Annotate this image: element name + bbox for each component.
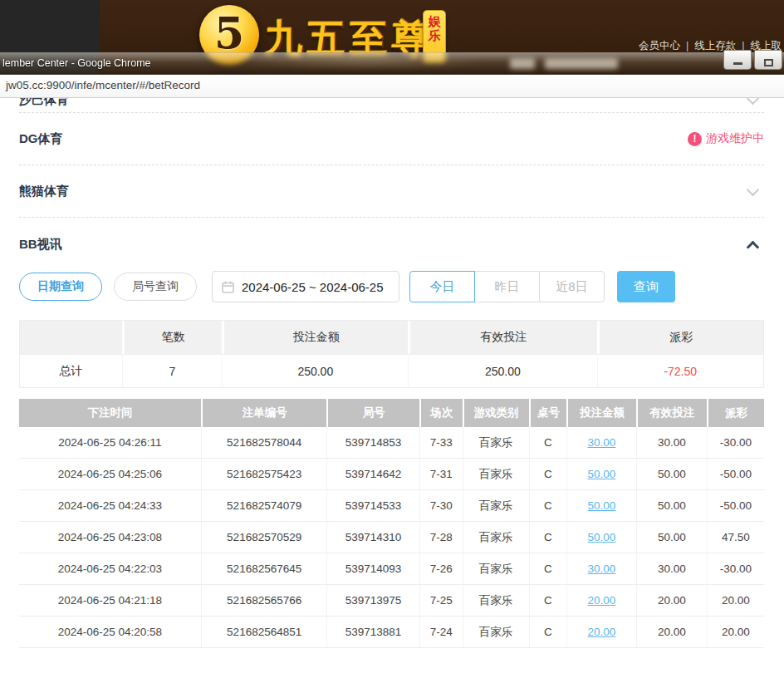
brand-badge-char: 娱 xyxy=(429,14,441,28)
bet-cell: 2024-06-25 04:23:08 xyxy=(19,522,201,553)
summary-table: 笔数投注金额有效投注派彩 总计 7 250.00 250.00 -72.50 xyxy=(19,320,764,388)
bet-cell: 百家乐 xyxy=(463,490,529,522)
bet-cell: 521682565766 xyxy=(201,585,327,617)
bet-amount-cell: 20.00 xyxy=(566,585,635,617)
bet-table-header-row: 下注时间注单编号局号场次游戏类别桌号投注金额有效投注派彩 xyxy=(19,399,764,427)
bet-amount-link[interactable]: 50.00 xyxy=(588,531,616,543)
bet-amount-link[interactable]: 30.00 xyxy=(588,563,616,575)
window-titlebar: lember Center - Google Chrome xyxy=(0,52,784,75)
bet-amount-link[interactable]: 50.00 xyxy=(588,468,616,480)
bet-cell: C xyxy=(529,617,567,648)
summary-total-row: 总计 7 250.00 250.00 -72.50 xyxy=(20,354,763,387)
bet-cell: 2024-06-25 04:26:11 xyxy=(19,427,201,459)
top-nav-link[interactable]: 会员中心 xyxy=(639,40,680,52)
summary-count: 7 xyxy=(122,355,223,387)
bet-cell: 7-26 xyxy=(419,553,463,585)
bet-cell: 50.00 xyxy=(636,522,707,553)
query-button[interactable]: 查询 xyxy=(617,271,675,302)
summary-header-row: 笔数投注金额有效投注派彩 xyxy=(20,321,763,354)
bet-cell: 521682578044 xyxy=(201,427,327,459)
bet-cell: 539713881 xyxy=(326,617,419,648)
bet-cell: 30.00 xyxy=(636,427,707,459)
bet-cell: 百家乐 xyxy=(463,553,529,585)
quick-8days-button[interactable]: 近8日 xyxy=(539,271,605,302)
bet-cell: 百家乐 xyxy=(463,585,529,617)
bet-record-table: 下注时间注单编号局号场次游戏类别桌号投注金额有效投注派彩 2024-06-25 … xyxy=(19,399,764,648)
bet-cell: 20.00 xyxy=(636,617,707,648)
address-url[interactable]: jw05.cc:9900/infe/mcenter/#/betRecord xyxy=(6,79,200,91)
section-title: DG体育 xyxy=(19,131,63,147)
bet-cell: 50.00 xyxy=(636,490,707,522)
bet-amount-cell: 50.00 xyxy=(566,490,635,522)
bet-cell: 539713975 xyxy=(326,585,419,617)
bet-amount-link[interactable]: 30.00 xyxy=(588,436,616,449)
quick-today-button[interactable]: 今日 xyxy=(409,271,475,302)
bet-cell: 2024-06-25 04:24:33 xyxy=(19,490,201,522)
bet-amount-link[interactable]: 20.00 xyxy=(588,594,616,607)
bet-cell: 539714642 xyxy=(326,459,419,490)
bet-cell: 7-33 xyxy=(419,427,463,459)
quick-yesterday-button[interactable]: 昨日 xyxy=(474,271,540,302)
maximize-icon xyxy=(764,59,773,66)
bet-cell: 30.00 xyxy=(636,553,707,585)
bet-amount-cell: 30.00 xyxy=(566,553,635,585)
bet-amount-link[interactable]: 50.00 xyxy=(588,499,616,512)
bet-header-cell: 注单编号 xyxy=(201,399,327,427)
table-row: 2024-06-25 04:25:06521682575423539714642… xyxy=(19,459,764,490)
bet-cell: C xyxy=(529,522,567,553)
section-header-shaba[interactable]: 沙巴体育 xyxy=(19,98,764,112)
section-header-dg[interactable]: DG体育 ! 游戏维护中 xyxy=(19,113,764,165)
bet-header-cell: 局号 xyxy=(326,399,419,427)
bet-cell: 7-28 xyxy=(419,522,463,553)
minimize-button[interactable] xyxy=(723,50,752,70)
bet-cell: 521682564851 xyxy=(201,617,327,648)
bet-cell: 百家乐 xyxy=(463,459,529,490)
section-header-panda[interactable]: 熊猫体育 xyxy=(19,165,764,217)
bet-cell: 521682567645 xyxy=(201,553,327,585)
bet-cell: 50.00 xyxy=(636,459,707,490)
bet-cell: 521682575423 xyxy=(201,459,327,490)
address-bar[interactable]: jw05.cc:9900/infe/mcenter/#/betRecord xyxy=(0,75,784,98)
bet-cell: 7-24 xyxy=(419,617,463,648)
logo-number-glyph: 5 xyxy=(214,12,244,55)
bet-cell: 2024-06-25 04:21:18 xyxy=(19,585,201,617)
table-row: 2024-06-25 04:21:18521682565766539713975… xyxy=(19,585,764,617)
section-title: 沙巴体育 xyxy=(19,98,69,108)
bet-cell: 7-30 xyxy=(419,490,463,522)
summary-header-cell: 投注金额 xyxy=(222,321,408,354)
bet-cell: 539714093 xyxy=(326,553,419,585)
section-header-bb[interactable]: BB视讯 xyxy=(19,218,764,271)
maximize-button[interactable] xyxy=(754,50,782,70)
table-row: 2024-06-25 04:24:33521682574079539714533… xyxy=(19,490,764,522)
blurred-account-info xyxy=(510,58,618,69)
tab-round-query[interactable]: 局号查询 xyxy=(114,273,197,301)
bet-record-page: 沙巴体育 DG体育 ! 游戏维护中 熊猫体育 BB视讯 xyxy=(0,98,784,683)
bet-cell: -50.00 xyxy=(707,459,764,490)
nav-separator: | xyxy=(680,40,694,52)
table-row: 2024-06-25 04:23:08521682570529539714310… xyxy=(19,522,764,553)
bet-cell: 7-31 xyxy=(419,459,463,490)
window-title: lember Center - Google Chrome xyxy=(2,57,151,69)
date-range-value: 2024-06-25 ~ 2024-06-25 xyxy=(242,280,384,294)
bet-cell: 百家乐 xyxy=(463,617,529,648)
section-title: 熊猫体育 xyxy=(19,184,69,199)
summary-valid-bet: 250.00 xyxy=(408,355,596,387)
chevron-down-icon xyxy=(747,98,760,105)
exclamation-icon: ! xyxy=(688,132,702,146)
maintenance-badge: ! 游戏维护中 xyxy=(688,131,764,146)
table-row: 2024-06-25 04:26:11521682578044539714853… xyxy=(19,427,764,459)
date-range-input[interactable]: 2024-06-25 ~ 2024-06-25 xyxy=(212,271,399,302)
bet-cell: C xyxy=(529,427,567,459)
summary-bet-amount: 250.00 xyxy=(222,355,408,387)
bet-table-body: 2024-06-25 04:26:11521682578044539714853… xyxy=(19,427,764,648)
bet-cell: C xyxy=(529,553,567,585)
summary-header-cell: 有效投注 xyxy=(408,321,596,354)
section-title: BB视讯 xyxy=(19,237,62,253)
section-shaba-sports: 沙巴体育 xyxy=(19,98,764,112)
bet-cell: 521682574079 xyxy=(201,490,327,522)
bet-amount-link[interactable]: 20.00 xyxy=(588,626,616,638)
bet-cell: C xyxy=(529,459,567,490)
bet-amount-cell: 20.00 xyxy=(566,617,635,648)
tab-date-query[interactable]: 日期查询 xyxy=(19,273,102,301)
bet-header-cell: 场次 xyxy=(419,399,463,427)
